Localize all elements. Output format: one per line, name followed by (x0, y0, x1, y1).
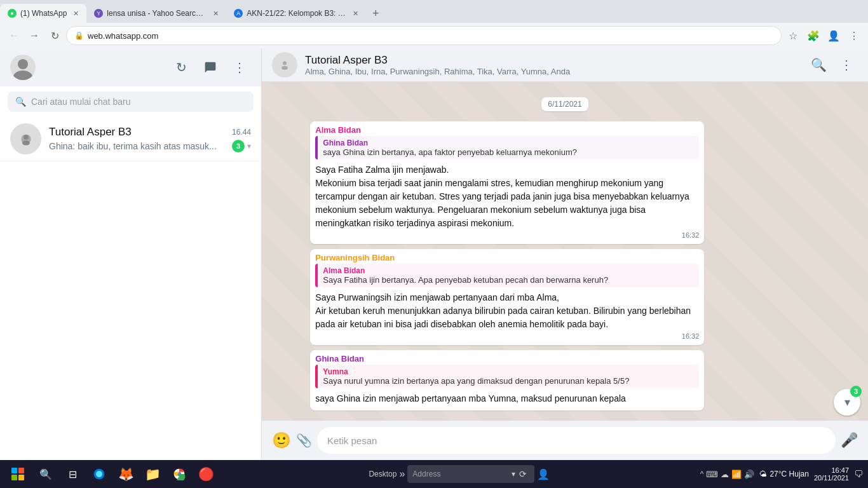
quote-sender-m3: Alma Bidan (323, 266, 694, 275)
svg-point-3 (24, 135, 29, 140)
taskbar-keyboard-icon[interactable]: ⌨ (706, 470, 718, 479)
emoji-button[interactable]: 🙂 (272, 431, 291, 449)
chat-item-bottom: Ghina: baik ibu, terima kasih atas masuk… (49, 140, 251, 152)
tab-yahoo[interactable]: Y lensa unisa - Yahoo Search Resul... ✕ (86, 4, 226, 23)
taskbar-arrow-icon: » (399, 468, 405, 480)
new-chat-icon[interactable] (199, 56, 222, 79)
desktop-label: Desktop (369, 470, 397, 478)
quote-m2: Ghina Bidan saya Ghina izin bertanya, ap… (315, 136, 699, 159)
chat-item-top: Tutorial Asper B3 16.44 (49, 126, 251, 139)
message-bubble-m4: Ghina Bidan Yumna Saya nurul yumna izin … (310, 350, 704, 410)
extensions-button[interactable]: 🧩 (804, 27, 822, 44)
chat-input-bar: 🙂 📎 🎤 (262, 421, 868, 460)
chevron-down-scroll-icon: ▾ (844, 395, 850, 409)
quote-text-m2: saya Ghina izin bertanya, apa faktor pen… (323, 147, 694, 157)
taskbar-app6[interactable]: 🔴 (193, 461, 219, 487)
chat-messages: 6/11/2021 Alma Bidan Ghina Bidan saya Gh… (262, 82, 868, 421)
attach-button[interactable]: 📎 (296, 433, 312, 448)
svg-point-6 (283, 62, 287, 65)
tab-akn[interactable]: A AKN-21/22: Kelompok B3: Kelom... ✕ (226, 4, 366, 23)
bookmark-button[interactable]: ☆ (784, 27, 802, 44)
chat-header-name: Tutorial Asper B3 (305, 54, 807, 67)
quote-sender-m4: Yumna (323, 367, 694, 376)
forward-button[interactable]: → (25, 27, 43, 44)
quote-m3: Alma Bidan Saya Fatiha ijin bertanya. Ap… (315, 264, 699, 287)
taskbar-clock: 16:47 20/11/2021 (814, 466, 849, 482)
taskbar-caret-icon[interactable]: ^ (700, 470, 704, 478)
new-tab-button[interactable]: + (366, 4, 385, 23)
back-button[interactable]: ← (5, 27, 23, 44)
weather-icon: 🌤 (759, 470, 767, 478)
taskbar-files[interactable]: 📁 (140, 461, 165, 487)
chat-item-tutorial[interactable]: Tutorial Asper B3 16.44 Ghina: baik ibu,… (0, 117, 261, 161)
taskbar-firefox[interactable]: 🦊 (113, 461, 139, 487)
browser-controls: ← → ↻ 🔒 web.whatsapp.com ☆ 🧩 👤 ⋮ (0, 23, 868, 48)
tab-close-yahoo[interactable]: ✕ (213, 10, 219, 18)
taskbar-right: ^ ⌨ ☁ 📶 🔊 🌤 27°C Hujan 16:47 20/11/2021 … (700, 466, 863, 482)
svg-point-0 (18, 59, 28, 69)
taskbar-address-bar[interactable]: ▾ ⟳ (407, 465, 534, 483)
message-time-m3: 16:32 (315, 332, 699, 340)
tab-close-whatsapp[interactable]: ✕ (73, 10, 79, 18)
address-text: web.whatsapp.com (88, 31, 773, 41)
sidebar-actions: ↻ ⋮ (170, 56, 251, 79)
taskbar-person-icon[interactable]: 👤 (537, 468, 550, 480)
search-input-wrap[interactable]: 🔍 (8, 92, 254, 112)
taskbar-volume-icon[interactable]: 🔊 (744, 470, 754, 479)
browser-chrome: ● (1) WhatsApp ✕ Y lensa unisa - Yahoo S… (0, 0, 868, 48)
taskbar-center: Desktop » ▾ ⟳ 👤 (221, 465, 698, 483)
chat-item-info-tutorial: Tutorial Asper B3 16.44 Ghina: baik ibu,… (49, 126, 251, 152)
message-time-m2: 16:32 (315, 231, 699, 239)
address-bar[interactable]: 🔒 web.whatsapp.com (66, 26, 782, 45)
chat-header-avatar[interactable] (272, 52, 297, 78)
search-chat-btn[interactable]: 🔍 (807, 53, 830, 76)
tab-favicon-yahoo: Y (94, 9, 103, 18)
chat-preview: Ghina: baik ibu, terima kasih atas masuk… (49, 141, 229, 151)
taskbar-address-input[interactable] (412, 470, 508, 478)
sidebar-header: ↻ ⋮ (0, 48, 261, 86)
taskbar-wifi-icon[interactable]: 📶 (731, 470, 742, 479)
chat-list: Tutorial Asper B3 16.44 Ghina: baik ibu,… (0, 117, 261, 460)
taskbar-edge[interactable] (86, 461, 112, 487)
refresh-button[interactable]: ↻ (46, 27, 64, 44)
chat-item-avatar-tutorial (10, 123, 41, 154)
taskbar-onedrive-icon[interactable]: ☁ (721, 470, 729, 479)
message-input[interactable] (317, 427, 836, 454)
lock-icon: 🔒 (74, 31, 84, 40)
tab-label-akn: AKN-21/22: Kelompok B3: Kelom... (247, 9, 346, 18)
tab-close-akn[interactable]: ✕ (353, 10, 358, 18)
mic-button[interactable]: 🎤 (841, 432, 858, 449)
chat-header-info[interactable]: Tutorial Asper B3 Alma, Ghina, Ibu, Irna… (305, 54, 807, 76)
refresh-icon-btn[interactable]: ↻ (170, 56, 193, 79)
browser-actions: ☆ 🧩 👤 ⋮ (784, 27, 863, 44)
taskbar-notification-icon[interactable]: 🗨 (854, 469, 863, 479)
user-avatar[interactable] (10, 55, 36, 80)
taskbar-address-dropdown[interactable]: ▾ (512, 470, 515, 478)
tab-favicon-whatsapp: ● (8, 9, 17, 18)
taskbar-apps: 🔍 ⊟ 🦊 📁 🔴 (33, 461, 219, 487)
date-badge: 6/11/2021 (310, 97, 819, 111)
more-options-icon[interactable]: ⋮ (228, 56, 251, 79)
tab-whatsapp[interactable]: ● (1) WhatsApp ✕ (0, 4, 86, 23)
chat-name: Tutorial Asper B3 (49, 126, 132, 139)
search-icon: 🔍 (15, 97, 26, 107)
chat-time: 16.44 (232, 128, 251, 137)
taskbar-address-go[interactable]: ⟳ (519, 469, 527, 479)
menu-button[interactable]: ⋮ (845, 27, 863, 44)
sender-name-m2: Alma Bidan (315, 125, 699, 135)
quote-m4: Yumna Saya nurul yumna izin bertanya apa… (315, 365, 699, 388)
taskbar: 🔍 ⊟ 🦊 📁 🔴 Desktop » ▾ ⟳ 👤 ^ ⌨ ☁ 📶 🔊 🌤 (0, 460, 868, 488)
taskbar-chrome[interactable] (166, 461, 192, 487)
profile-button[interactable]: 👤 (825, 27, 843, 44)
more-chat-btn[interactable]: ⋮ (835, 53, 858, 76)
tab-label-whatsapp: (1) WhatsApp (20, 9, 67, 18)
taskbar-task-view[interactable]: ⊟ (60, 461, 85, 487)
scroll-to-bottom-button[interactable]: 3 ▾ (834, 389, 860, 416)
tab-bar: ● (1) WhatsApp ✕ Y lensa unisa - Yahoo S… (0, 0, 868, 23)
chat-header-members: Alma, Ghina, Ibu, Irna, Purwaningsih, Ra… (305, 67, 807, 76)
taskbar-search[interactable]: 🔍 (33, 461, 58, 487)
chat-header: Tutorial Asper B3 Alma, Ghina, Ibu, Irna… (262, 48, 868, 82)
search-input[interactable] (31, 97, 246, 107)
start-button[interactable] (5, 463, 31, 485)
quote-text-m4: Saya nurul yumna izin bertanya apa yang … (323, 376, 694, 386)
